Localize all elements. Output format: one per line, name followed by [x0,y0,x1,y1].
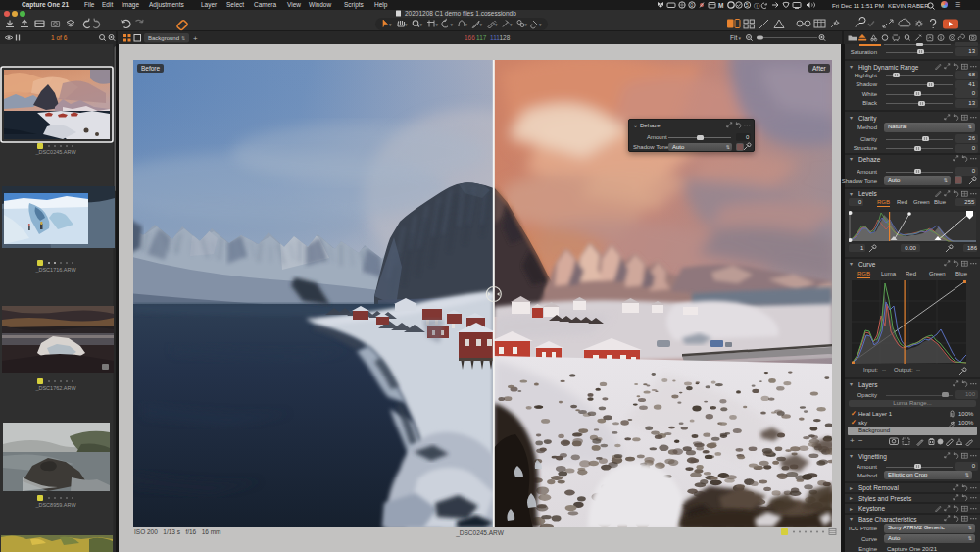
svg-text:117: 117 [476,34,487,41]
svg-text:20201208 C1 demo files 1.coses: 20201208 C1 demo files 1.cosessiondb [405,10,516,17]
svg-text:⇅: ⇅ [181,35,185,41]
svg-text:Background: Background [148,35,179,41]
svg-text:1 of 6: 1 of 6 [51,34,68,41]
svg-text:M: M [718,2,723,9]
svg-text:ⓘ: ⓘ [754,3,760,9]
svg-text:Fit: Fit [730,34,737,41]
svg-text:+: + [193,34,198,43]
svg-text:0: 0 [690,2,693,8]
svg-text:166: 166 [465,34,475,41]
svg-text:5: 5 [746,2,749,8]
svg-text:128: 128 [500,34,511,41]
